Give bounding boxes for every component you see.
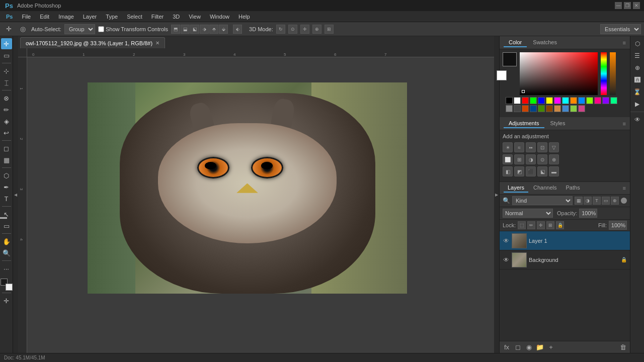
layer-row-1[interactable]: 👁 Layer 1 xyxy=(500,231,630,250)
filter-smart[interactable]: ⊕ xyxy=(611,197,619,205)
color-swatch[interactable] xyxy=(1,279,13,291)
swatch-item[interactable] xyxy=(538,105,545,112)
swatch-item[interactable] xyxy=(554,97,561,104)
right-collapse-handle[interactable]: ▶ xyxy=(494,36,499,353)
swatch-item[interactable] xyxy=(506,105,513,112)
adj-levels[interactable]: ▪▪ xyxy=(526,142,536,152)
lock-transparent[interactable]: ⬚ xyxy=(518,221,526,229)
layer-add-btn[interactable]: + xyxy=(546,342,556,352)
spot-heal[interactable]: ⊗ xyxy=(1,93,12,104)
panel-icon-text[interactable]: 🅰 xyxy=(632,74,643,85)
channels-tab[interactable]: Channels xyxy=(529,184,560,193)
menu-type[interactable]: Type xyxy=(102,13,122,21)
adj-curves[interactable]: ≈ xyxy=(514,142,524,152)
minimize-button[interactable]: — xyxy=(615,2,622,9)
menu-file[interactable]: File xyxy=(18,13,35,21)
swatch-item[interactable] xyxy=(562,97,569,104)
pen-tool[interactable]: ✒ xyxy=(1,182,12,193)
layer-visibility-1[interactable]: 👁 xyxy=(503,237,510,244)
swatch-item[interactable] xyxy=(594,97,601,104)
essentials-select[interactable]: Essentials xyxy=(600,24,641,34)
menu-edit[interactable]: Edit xyxy=(36,13,53,21)
color-panel-menu[interactable]: ≡ xyxy=(623,40,626,46)
swatch-item[interactable] xyxy=(586,97,593,104)
menu-layer[interactable]: Layer xyxy=(79,13,101,21)
swatch-item[interactable] xyxy=(530,97,537,104)
menu-view[interactable]: View xyxy=(185,13,205,21)
hand-tool[interactable]: ✋ xyxy=(1,236,12,247)
adj-invert[interactable]: ◧ xyxy=(503,166,513,176)
3d-scale[interactable]: ⊞ xyxy=(325,25,334,34)
fill-input[interactable] xyxy=(609,221,627,230)
swatch-item[interactable] xyxy=(514,97,521,104)
paths-tab[interactable]: Paths xyxy=(562,184,584,193)
close-button[interactable]: ✕ xyxy=(633,2,640,9)
adj-threshold[interactable]: ⬛ xyxy=(526,166,536,176)
adj-selective[interactable]: ⬕ xyxy=(537,166,547,176)
layers-tab[interactable]: Layers xyxy=(504,184,528,193)
autoselect-select[interactable]: Group Layer xyxy=(64,24,95,34)
menu-3d[interactable]: 3D xyxy=(169,13,184,21)
layer-row-bg[interactable]: 👁 Background 🔒 xyxy=(500,250,630,269)
layers-filter-select[interactable]: Kind Name Effect xyxy=(512,196,573,205)
foreground-color-box[interactable] xyxy=(503,52,517,66)
zoom-tool[interactable]: 🔍 xyxy=(1,247,12,258)
move-tool-option[interactable]: ✛ xyxy=(3,24,14,35)
layer-visibility-bg[interactable]: 👁 xyxy=(503,256,510,263)
swatch-item[interactable] xyxy=(610,97,617,104)
panel-icon-actions[interactable]: ▶ xyxy=(632,99,643,110)
filter-toggle[interactable] xyxy=(621,198,627,204)
lock-position[interactable]: ✛ xyxy=(537,221,545,229)
left-collapse-handle[interactable]: ◀ xyxy=(13,36,18,353)
align-top[interactable]: ⬒ xyxy=(171,25,180,34)
transform-checkbox[interactable] xyxy=(98,26,104,32)
eraser-tool[interactable]: ◻ xyxy=(1,143,12,154)
tab-close-button[interactable]: ✕ xyxy=(155,40,159,46)
swatch-item[interactable] xyxy=(570,97,577,104)
more-tools[interactable]: ··· xyxy=(1,263,12,274)
lock-pixels[interactable]: ✏ xyxy=(527,221,535,229)
adj-panel-menu[interactable]: ≡ xyxy=(623,121,626,127)
filter-pixel[interactable]: ▦ xyxy=(575,197,583,205)
swatch-item[interactable] xyxy=(538,97,545,104)
bg-color[interactable] xyxy=(6,284,13,291)
align-hcenter[interactable]: ⬘ xyxy=(209,25,218,34)
swatch-item[interactable] xyxy=(602,97,609,104)
adj-posterize[interactable]: ◩ xyxy=(514,166,524,176)
color-gradient-picker[interactable] xyxy=(520,52,598,95)
active-tab[interactable]: owl-1705112_1920.jpg @ 33.3% (Layer 1, R… xyxy=(20,37,165,48)
crop-tool[interactable]: ⊹ xyxy=(1,65,12,76)
layer-mask-btn[interactable]: ◻ xyxy=(513,342,523,352)
eyedropper-tool[interactable]: ⌶ xyxy=(1,77,12,88)
blend-mode-select[interactable]: Normal Multiply Screen xyxy=(503,209,553,218)
3d-pan[interactable]: ✛ xyxy=(300,25,309,34)
3d-rotate[interactable]: ↻ xyxy=(276,25,285,34)
swatch-item[interactable] xyxy=(530,105,537,112)
panel-icon-eye[interactable]: 👁 xyxy=(632,114,643,125)
layer-group-btn[interactable]: 📁 xyxy=(535,342,545,352)
tool-mode-circle[interactable]: ◎ xyxy=(17,24,28,35)
panel-icon-history[interactable]: ⌛ xyxy=(632,86,643,98)
background-color-box[interactable] xyxy=(497,70,507,80)
layer-delete-btn[interactable]: 🗑 xyxy=(618,342,628,352)
panel-icon-properties[interactable]: ⊕ xyxy=(632,62,643,73)
swatch-item[interactable] xyxy=(514,105,521,112)
align-bottom[interactable]: ⬕ xyxy=(190,25,199,34)
3d-slide[interactable]: ⊕ xyxy=(312,25,321,34)
swatches-tab[interactable]: Swatches xyxy=(528,38,562,47)
menu-window[interactable]: Window xyxy=(206,13,233,21)
swatch-item[interactable] xyxy=(546,97,553,104)
filter-shape[interactable]: ▭ xyxy=(602,197,610,205)
menu-ps[interactable]: Ps xyxy=(2,13,17,21)
canvas-content[interactable] xyxy=(27,57,494,353)
panel-icon-color[interactable]: ⬡ xyxy=(632,38,643,49)
filter-adjust[interactable]: ◑ xyxy=(584,197,592,205)
distribute-btn[interactable]: ⬖ xyxy=(233,25,242,34)
color-hue-bar[interactable] xyxy=(601,52,607,95)
align-left[interactable]: ⬗ xyxy=(200,25,209,34)
adj-hsl[interactable]: ⬜ xyxy=(503,154,513,164)
color-tab[interactable]: Color xyxy=(504,38,527,47)
swatch-item[interactable] xyxy=(506,97,513,104)
maximize-button[interactable]: ❐ xyxy=(624,2,631,9)
swatch-item[interactable] xyxy=(562,105,569,112)
